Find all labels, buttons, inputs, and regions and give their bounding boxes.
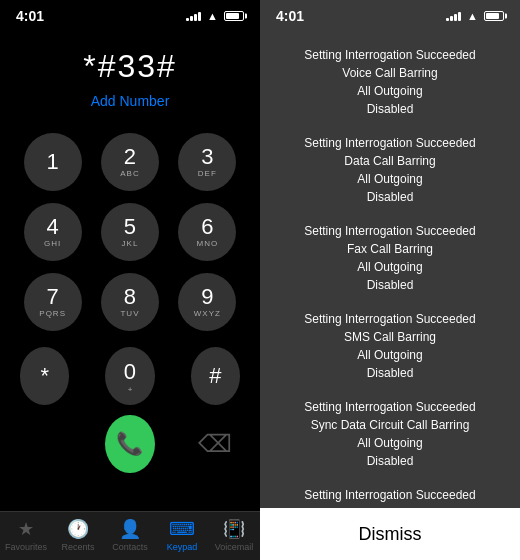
key-7[interactable]: 7PQRS [24,273,82,331]
status-icons-right: ▲ [446,10,504,22]
signal-icon [186,11,201,21]
key-hash[interactable]: # [191,347,240,405]
tab-contacts[interactable]: 👤 Contacts [104,518,156,552]
result-5: Setting Interrogation Succeeded Async Da… [260,478,520,508]
tab-keypad-label: Keypad [167,542,198,552]
tab-bar: ★ Favourites 🕐 Recents 👤 Contacts ⌨ Keyp… [0,511,260,560]
status-bar-right: 4:01 ▲ [260,0,520,28]
tab-recents-label: Recents [61,542,94,552]
key-6[interactable]: 6MNO [178,203,236,261]
tab-voicemail[interactable]: 📳 Voicemail [208,518,260,552]
key-2[interactable]: 2ABC [101,133,159,191]
key-4[interactable]: 4GHI [24,203,82,261]
star-icon: ★ [18,518,34,540]
result-2: Setting Interrogation Succeeded Fax Call… [260,214,520,302]
battery-icon [224,11,244,21]
key-8[interactable]: 8TUV [101,273,159,331]
key-3[interactable]: 3DEF [178,133,236,191]
status-icons-left: ▲ [186,10,244,22]
key-star[interactable]: * [20,347,69,405]
person-icon: 👤 [119,518,141,540]
delete-button[interactable]: ⌫ [191,415,240,473]
status-bar-left: 4:01 ▲ [0,0,260,28]
wifi-icon: ▲ [207,10,218,22]
wifi-icon-right: ▲ [467,10,478,22]
bottom-row: * 0 + # [0,347,260,405]
tab-contacts-label: Contacts [112,542,148,552]
dismiss-label: Dismiss [359,524,422,545]
clock-icon: 🕐 [67,518,89,540]
voicemail-icon: 📳 [223,518,245,540]
time-right: 4:01 [276,8,304,24]
right-panel: 4:01 ▲ Setting Interrogation Succeeded V… [260,0,520,560]
time-left: 4:01 [16,8,44,24]
key-1[interactable]: 1 [24,133,82,191]
result-3: Setting Interrogation Succeeded SMS Call… [260,302,520,390]
key-9[interactable]: 9WXYZ [178,273,236,331]
result-4: Setting Interrogation Succeeded Sync Dat… [260,390,520,478]
signal-icon-right [446,11,461,21]
phone-icon: 📞 [116,431,143,457]
key-zero[interactable]: 0 + [105,347,154,405]
battery-icon-right [484,11,504,21]
add-number-link[interactable]: Add Number [91,93,170,109]
tab-favourites[interactable]: ★ Favourites [0,518,52,552]
result-1: Setting Interrogation Succeeded Data Cal… [260,126,520,214]
backspace-icon: ⌫ [198,430,232,458]
tab-favourites-label: Favourites [5,542,47,552]
dismiss-button[interactable]: Dismiss [260,508,520,560]
results-list: Setting Interrogation Succeeded Voice Ca… [260,28,520,508]
dial-display: *#33# [83,48,177,85]
keypad-icon: ⌨ [169,518,195,540]
tab-recents[interactable]: 🕐 Recents [52,518,104,552]
result-0: Setting Interrogation Succeeded Voice Ca… [260,38,520,126]
call-button[interactable]: 📞 [105,415,154,473]
tab-keypad[interactable]: ⌨ Keypad [156,518,208,552]
key-5[interactable]: 5JKL [101,203,159,261]
tab-voicemail-label: Voicemail [215,542,254,552]
keypad-grid: 1 2ABC 3DEF 4GHI 5JKL 6MNO 7PQRS 8TUV 9W… [0,133,260,331]
left-panel: 4:01 ▲ *#33# Add Number 1 2ABC 3DEF 4GHI… [0,0,260,560]
